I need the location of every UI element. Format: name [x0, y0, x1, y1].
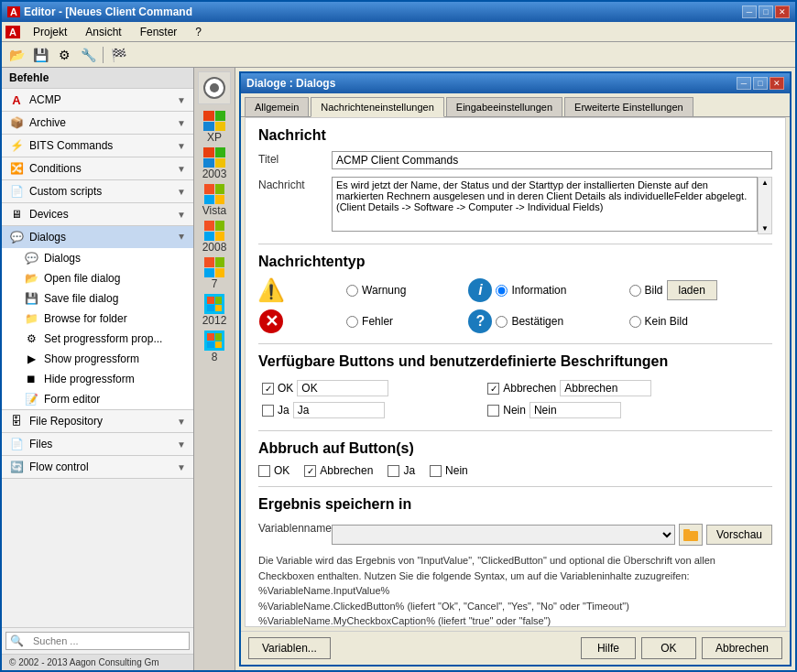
- app-menu-icon[interactable]: A: [5, 26, 20, 38]
- sidebar-sub-item-hide-progress[interactable]: ⏹ Hide progressform: [2, 369, 193, 389]
- sidebar-section-conditions: 🔀 Conditions ▼: [2, 157, 193, 180]
- abbrechen-abbruch-checkbox[interactable]: ✓: [304, 465, 316, 477]
- nachricht-textarea[interactable]: Es wird jetzt der Name, der Status und d…: [332, 177, 758, 232]
- scrollbar[interactable]: ▲ ▼: [758, 177, 772, 234]
- sidebar-item-flow-control[interactable]: 🔄 Flow control ▼: [2, 456, 193, 478]
- abbrechen-text-input[interactable]: [560, 380, 651, 396]
- sidebar-sub-item-browse-folder[interactable]: 📁 Browse for folder: [2, 309, 193, 329]
- toolbar-settings-button[interactable]: ⚙: [53, 45, 75, 65]
- dialog-maximize-button[interactable]: □: [753, 77, 768, 90]
- bits-icon: ⚡: [9, 138, 24, 153]
- os-icon-2012[interactable]: 2012: [197, 293, 232, 328]
- window-controls: ─ □ ✕: [742, 5, 790, 18]
- os-icon-2003[interactable]: 2003: [197, 146, 232, 181]
- toolbar-flag-button[interactable]: 🏁: [107, 45, 129, 65]
- ja-checkbox[interactable]: [262, 405, 274, 417]
- ok-button[interactable]: OK: [641, 637, 696, 659]
- ok-abbruch-checkbox[interactable]: [258, 465, 270, 477]
- sidebar-item-acmp[interactable]: A ACMP ▼: [2, 89, 193, 111]
- chevron-icon: ▼: [177, 141, 186, 151]
- variablen-button[interactable]: Variablen...: [248, 637, 331, 659]
- sidebar-sub-item-dialogs[interactable]: 💬 Dialogs: [2, 248, 193, 268]
- nein-checkbox[interactable]: [487, 405, 499, 417]
- information-label: Information: [511, 284, 566, 297]
- sidebar-item-files[interactable]: 📄 Files ▼: [2, 433, 193, 455]
- hilfe-button[interactable]: Hilfe: [581, 637, 636, 659]
- sidebar-item-devices[interactable]: 🖥 Devices ▼: [2, 203, 193, 225]
- menu-ansicht[interactable]: Ansicht: [80, 24, 126, 40]
- abbruch-row: OK ✓ Abbrechen Ja Nein: [258, 464, 772, 477]
- devices-icon: 🖥: [9, 207, 24, 222]
- sidebar-item-dialogs[interactable]: 💬 Dialogs ▲: [2, 226, 193, 248]
- menu-help[interactable]: ?: [190, 24, 207, 40]
- tab-nachrichten[interactable]: Nachrichteneinstellungen: [311, 97, 444, 117]
- ja-text-input[interactable]: [293, 402, 385, 418]
- search-input[interactable]: [27, 633, 189, 649]
- sidebar-sub-item-show-progress[interactable]: ▶ Show progressform: [2, 349, 193, 369]
- sidebar-item-file-repo[interactable]: 🗄 File Repository ▼: [2, 410, 193, 432]
- nachrichtentyp-grid: ⚠️ Warnung i Information: [258, 277, 772, 334]
- ergebnis-section-header: Ergebnis speichern in: [258, 496, 772, 513]
- laden-button[interactable]: laden: [667, 280, 717, 300]
- os-icon-xp[interactable]: XP: [197, 110, 232, 145]
- outer-window-title: A Editor - [Neues Client Command: [7, 5, 192, 18]
- buttons-section-header: Verfügbare Buttons und benutzerdefiniert…: [258, 353, 772, 370]
- os-icon-8[interactable]: 8: [197, 330, 232, 364]
- nein-abbruch-checkbox[interactable]: [430, 465, 442, 477]
- sidebar-item-custom-scripts[interactable]: 📄 Custom scripts ▼: [2, 180, 193, 202]
- variablenname-select[interactable]: [332, 525, 675, 545]
- kein-bild-radio[interactable]: [629, 316, 641, 328]
- toolbar-open-button[interactable]: 📂: [5, 45, 27, 65]
- os-icon-vista[interactable]: Vista: [197, 183, 232, 218]
- table-row: ✓ OK ✓ Abbrechen: [258, 377, 772, 399]
- sidebar-item-conditions[interactable]: 🔀 Conditions ▼: [2, 157, 193, 179]
- open-file-icon: 📂: [24, 271, 38, 286]
- ja-abbruch-checkbox[interactable]: [388, 465, 399, 477]
- nein-check-label: Nein: [503, 404, 526, 417]
- bestaetigen-radio[interactable]: [496, 316, 508, 328]
- chevron-icon: ▼: [177, 417, 186, 427]
- bild-radio[interactable]: [629, 285, 641, 297]
- warnung-label: Warnung: [362, 284, 406, 297]
- ok-text-input[interactable]: [297, 380, 388, 396]
- abbrechen-checkbox[interactable]: ✓: [487, 383, 499, 395]
- os-icon-2008[interactable]: 2008: [197, 220, 232, 255]
- tab-allgemein[interactable]: Allgemein: [245, 97, 309, 116]
- menu-fenster[interactable]: Fenster: [135, 24, 183, 40]
- fehler-radio[interactable]: [346, 316, 358, 328]
- os-icon-7[interactable]: 7: [197, 256, 232, 291]
- question-icon: ?: [468, 309, 492, 333]
- tab-eingabe[interactable]: Eingabeeinstellungen: [446, 97, 562, 116]
- toolbar-extra-button[interactable]: 🔧: [77, 45, 99, 65]
- ok-checkbox[interactable]: ✓: [262, 383, 274, 395]
- minimize-button[interactable]: ─: [742, 5, 757, 18]
- flow-icon: 🔄: [9, 460, 24, 474]
- sidebar-sub-item-progress-prop[interactable]: ⚙ Set progressform prop...: [2, 329, 193, 349]
- titel-input[interactable]: [332, 151, 772, 169]
- chevron-icon: ▼: [177, 462, 186, 472]
- maximize-button[interactable]: □: [759, 5, 773, 18]
- abbrechen-bottom-button[interactable]: Abbrechen: [702, 637, 782, 659]
- var-browse-button[interactable]: [679, 524, 703, 546]
- sidebar-section-devices: 🖥 Devices ▼: [2, 203, 193, 226]
- nein-text-input[interactable]: [530, 402, 621, 418]
- divider-2: [258, 343, 772, 344]
- sidebar-section-custom-scripts: 📄 Custom scripts ▼: [2, 180, 193, 203]
- warnung-radio[interactable]: [346, 285, 358, 297]
- menu-projekt[interactable]: Projekt: [27, 24, 72, 40]
- sidebar-item-bits[interactable]: ⚡ BITS Commands ▼: [2, 135, 193, 157]
- toolbar-save-button[interactable]: 💾: [29, 45, 51, 65]
- vorschau-button[interactable]: Vorschau: [706, 525, 772, 545]
- befehle-header: Befehle: [2, 68, 193, 89]
- sidebar-sub-item-open-file[interactable]: 📂 Open file dialog: [2, 268, 193, 288]
- tab-erweitert[interactable]: Erweiterte Einstellungen: [564, 97, 693, 116]
- close-button[interactable]: ✕: [775, 5, 790, 18]
- os-radio-icon[interactable]: [198, 71, 231, 104]
- show-progress-icon: ▶: [24, 352, 38, 366]
- dialog-close-button[interactable]: ✕: [770, 77, 784, 90]
- dialog-minimize-button[interactable]: ─: [737, 77, 751, 90]
- sidebar-sub-item-form-editor[interactable]: 📝 Form editor: [2, 389, 193, 409]
- sidebar-sub-item-save-file[interactable]: 💾 Save file dialog: [2, 288, 193, 309]
- sidebar-item-archive[interactable]: 📦 Archive ▼: [2, 112, 193, 134]
- information-radio[interactable]: [496, 285, 508, 297]
